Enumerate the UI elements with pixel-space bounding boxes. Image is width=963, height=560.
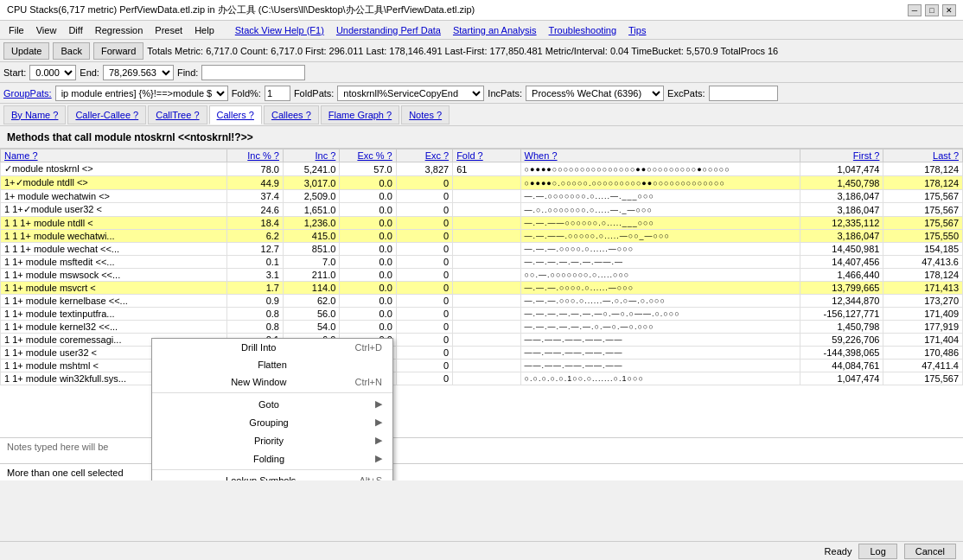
cell-last: 178,124	[883, 269, 963, 282]
table-row[interactable]: 1 1+ module mswsock <<... 3.1 211.0 0.0 …	[1, 269, 963, 282]
cell-excpct: 0.0	[340, 321, 396, 334]
tab-notes[interactable]: Notes ?	[401, 105, 450, 124]
table-row[interactable]: 1 1 1+ module wechat <<... 12.7 851.0 0.…	[1, 243, 963, 256]
menu-view[interactable]: View	[31, 23, 62, 37]
menu-link-stackview[interactable]: Stack View Help (F1)	[235, 25, 324, 35]
table-row[interactable]: 1 1 1+ module wechatwi... 6.2 415.0 0.0 …	[1, 230, 963, 243]
cell-when: ○○.—.○○○○○○○.○.....○○○	[520, 269, 800, 282]
table-row[interactable]: 1 1+ module coremessagi... 0.1 6.0 0.0 0…	[1, 334, 963, 347]
back-button[interactable]: Back	[53, 42, 89, 60]
context-menu-item[interactable]: Priority ▶	[152, 431, 392, 449]
context-menu-item[interactable]: Flatten	[152, 356, 392, 373]
menu-help[interactable]: Help	[189, 23, 220, 37]
cell-inc: 211.0	[283, 269, 339, 282]
tab-flamegraph[interactable]: Flame Graph ?	[321, 105, 399, 124]
incpats-combo[interactable]: Process% WeChat (6396)	[526, 86, 664, 101]
menu-diff[interactable]: Diff	[63, 23, 87, 37]
cell-incpct: 78.0	[226, 162, 283, 176]
minimize-button[interactable]: ─	[908, 4, 922, 16]
close-button[interactable]: ✕	[942, 4, 956, 16]
ctx-item-shortcut: Ctrl+D	[355, 342, 382, 353]
table-row[interactable]: 1 1+ module msftedit <<... 0.1 7.0 0.0 0…	[1, 256, 963, 269]
log-button[interactable]: Log	[858, 544, 896, 559]
col-header-when[interactable]: When ?	[520, 150, 800, 162]
context-menu-item[interactable]: Grouping ▶	[152, 413, 392, 431]
tab-byname[interactable]: By Name ?	[3, 105, 66, 124]
col-header-incpct[interactable]: Inc % ?	[226, 150, 283, 162]
ctx-item-label: Lookup Symbols	[226, 475, 296, 480]
cell-exc: 0	[396, 295, 452, 308]
cell-exc: 3,827	[396, 162, 452, 176]
cell-first: 59,226,706	[800, 334, 883, 347]
cell-exc: 0	[396, 230, 452, 243]
menu-link-understanding[interactable]: Understanding Perf Data	[336, 25, 441, 35]
menu-file[interactable]: File	[3, 23, 29, 37]
grouppats-combo[interactable]: ip module entries] {%}!==>module $1	[55, 86, 228, 101]
tab-calltree[interactable]: CallTree ?	[148, 105, 207, 124]
col-header-exc[interactable]: Exc ?	[396, 150, 452, 162]
cell-inc: 5,241.0	[283, 162, 339, 176]
table-row[interactable]: 1 1+ module msvcrt < 1.7 114.0 0.0 0 —.—…	[1, 282, 963, 295]
cell-fold	[453, 308, 520, 321]
menu-regression[interactable]: Regression	[90, 23, 149, 37]
table-row[interactable]: ✓module ntoskrnl <> 78.0 5,241.0 57.0 3,…	[1, 162, 963, 176]
col-header-first[interactable]: First ?	[800, 150, 883, 162]
menu-preset[interactable]: Preset	[150, 23, 188, 37]
methods-header-text: Methods that call module ntoskrnl <<ntos…	[7, 131, 253, 143]
table-row[interactable]: 1 1+✓module user32 < 24.6 1,651.0 0.0 0 …	[1, 203, 963, 217]
cell-excpct: 0.0	[340, 203, 396, 217]
col-header-inc[interactable]: Inc ?	[283, 150, 339, 162]
menu-link-tips[interactable]: Tips	[628, 25, 646, 35]
ctx-item-shortcut: Ctrl+N	[355, 377, 382, 387]
cell-fold	[453, 321, 520, 334]
table-row[interactable]: 1 1+ module kernelbase <<... 0.9 62.0 0.…	[1, 295, 963, 308]
fold-input[interactable]	[265, 86, 290, 101]
update-button[interactable]: Update	[3, 42, 49, 60]
foldpats-combo[interactable]: ntoskrnll%ServiceCopyEnd	[337, 86, 484, 101]
table-container[interactable]: Name ? Inc % ? Inc ? Exc % ? Exc ? Fold …	[0, 149, 963, 437]
cell-exc: 0	[396, 347, 452, 360]
table-row[interactable]: 1+✓module ntdll <> 44.9 3,017.0 0.0 0 ○●…	[1, 176, 963, 190]
cancel-button[interactable]: Cancel	[904, 544, 956, 559]
grouppats-label[interactable]: GroupPats:	[3, 88, 52, 99]
col-header-excpct[interactable]: Exc % ?	[340, 150, 396, 162]
context-menu-item[interactable]: Drill IntoCtrl+D	[152, 339, 392, 356]
context-menu-item[interactable]: New WindowCtrl+N	[152, 373, 392, 391]
col-header-fold[interactable]: Fold ?	[453, 150, 520, 162]
maximize-button[interactable]: □	[925, 4, 939, 16]
table-row[interactable]: 1 1+ module textinputfra... 0.8 56.0 0.0…	[1, 308, 963, 321]
col-header-last[interactable]: Last ?	[883, 150, 963, 162]
table-row[interactable]: 1 1+ module user32 < 0.0 3.0 0.0 0 ——.——…	[1, 347, 963, 360]
cell-first: 44,084,761	[800, 360, 883, 372]
cell-fold	[453, 203, 520, 217]
incpats-label: IncPats:	[488, 88, 522, 99]
tab-caller-callee[interactable]: Caller-Callee ?	[67, 105, 146, 124]
excpats-input[interactable]	[709, 86, 778, 101]
cell-first: 12,344,870	[800, 295, 883, 308]
cell-first: 13,799,665	[800, 282, 883, 295]
end-combo[interactable]: 78,269.563	[103, 65, 174, 80]
menu-link-starting[interactable]: Starting an Analysis	[453, 25, 537, 35]
find-input[interactable]	[201, 65, 305, 80]
cell-when: ——.——.——.——.——	[520, 334, 800, 347]
table-row[interactable]: 1 1+ module mshtml < 0.0 2.0 0.0 0 ——.——…	[1, 360, 963, 372]
cell-fold	[453, 243, 520, 256]
ctx-item-shortcut: ▶	[375, 453, 382, 464]
tab-callees[interactable]: Callees ?	[264, 105, 319, 124]
context-menu-item[interactable]: Folding ▶	[152, 449, 392, 468]
table-row[interactable]: 1 1+ module win32kfull.sys... 12.3 826.0…	[1, 372, 963, 385]
start-combo[interactable]: 0.000	[29, 65, 76, 80]
forward-button[interactable]: Forward	[93, 42, 143, 60]
cell-fold	[453, 176, 520, 190]
menu-link-troubleshooting[interactable]: Troubleshooting	[549, 25, 616, 35]
cell-excpct: 0.0	[340, 230, 396, 243]
context-menu-item[interactable]: Lookup SymbolsAlt+S	[152, 472, 392, 480]
cell-name: 1 1+ module mswsock <<...	[1, 269, 227, 282]
tab-callers[interactable]: Callers ?	[209, 105, 262, 124]
table-row[interactable]: 1 1+ module kernel32 <<... 0.8 54.0 0.0 …	[1, 321, 963, 334]
table-row[interactable]: 1+ module wechatwin <> 37.4 2,509.0 0.0 …	[1, 190, 963, 203]
cell-when: ○●●●●○○○○○○○○○○○○○○○●●○○○○○○○○○●○○○○○	[520, 162, 800, 176]
col-header-name[interactable]: Name ?	[1, 150, 227, 162]
context-menu-item[interactable]: Goto ▶	[152, 395, 392, 413]
table-row[interactable]: 1 1 1+ module ntdll < 18.4 1,236.0 0.0 0…	[1, 217, 963, 230]
